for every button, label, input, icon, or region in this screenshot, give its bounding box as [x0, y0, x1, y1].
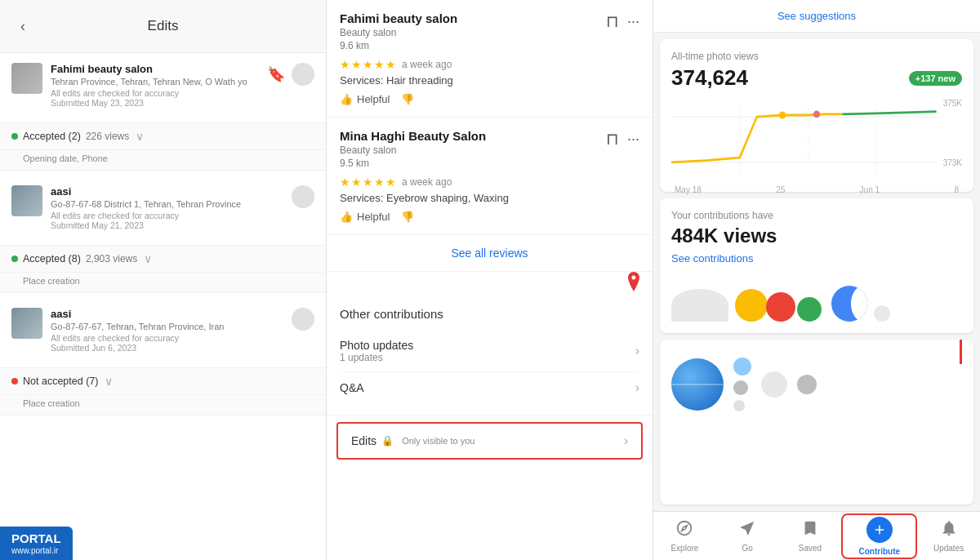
unhelpful-btn-1[interactable]: 👎 [401, 93, 414, 105]
status-accepted-8: Accepted (8) [23, 253, 81, 264]
yellow-circle [735, 289, 768, 322]
contributions-views: 484K views [671, 224, 962, 247]
explore-icon [675, 519, 693, 541]
contribute-plus-btn[interactable] [866, 517, 893, 543]
edit-note-1: All edits are checked for accuracy [51, 88, 259, 98]
small-blue-circle [733, 358, 751, 376]
place-avatar-2 [11, 185, 42, 216]
see-suggestions-btn[interactable]: See suggestions [653, 0, 980, 33]
globe-stripe [671, 384, 724, 385]
review-place-info-1: Fahimi beauty salon Beauty salon 9.6 km [340, 11, 457, 51]
edit-item-info-1: Fahimi beauty salon Tehran Province, Teh… [51, 63, 259, 108]
status-detail-1: Opening date, Phone [0, 150, 326, 171]
status-row-not-accepted[interactable]: Not accepted (7) ∨ [0, 368, 326, 395]
more-icon-2[interactable]: ··· [627, 131, 639, 148]
edit-item-1: Fahimi beauty salon Tehran Province, Teh… [0, 53, 326, 123]
red-accent-line [960, 340, 962, 364]
thumbsup-icon-2: 👍 [340, 211, 353, 223]
chevron-icon-2: ∨ [144, 252, 152, 265]
bookmark-icon-2[interactable]: ⊓ [606, 129, 619, 149]
svg-point-5 [779, 112, 786, 119]
chart-y-labels: 375K 373K [943, 99, 962, 167]
nav-go[interactable]: Go [716, 514, 779, 558]
edit-note-3: All edits are checked for accuracy [51, 333, 283, 343]
updates-label: Updates [933, 544, 964, 553]
photo-views-card: All-time photo views 374,624 +137 new [660, 39, 973, 192]
edit-place-addr-1: Tehran Province, Tehran, Tehran New, O W… [51, 77, 259, 87]
helpful-btn-1[interactable]: 👍 Helpful [340, 93, 390, 105]
chart-x-labels: May 18 25 Jun 1 8 [671, 185, 962, 194]
review-date-1: a week ago [402, 59, 452, 70]
helpful-label-2: Helpful [357, 211, 390, 223]
photo-updates-row[interactable]: Photo updates 1 updates › [340, 331, 639, 372]
edit-note-2: All edits are checked for accuracy [51, 211, 283, 220]
globe-illustration [671, 358, 962, 411]
chevron-icon-3: ∨ [105, 375, 113, 388]
review-actions-1: ⊓ ··· [606, 11, 639, 31]
portal-name: PORTAL [11, 531, 61, 545]
other-contributions-title: Other contributions [340, 307, 639, 321]
explore-label: Explore [670, 544, 698, 553]
helpful-row-2: 👍 Helpful 👎 [340, 211, 639, 223]
chart-y-low: 373K [943, 158, 962, 167]
edit-submitted-3: Submitted Jun 6, 2023 [51, 343, 283, 353]
qa-row[interactable]: Q&A › [340, 372, 639, 403]
status-detail-2: Place creation [0, 273, 326, 293]
lock-icon: 🔒 [381, 435, 394, 447]
edits-only-visible: Only visible to you [402, 436, 474, 446]
small-grey2-circle [733, 400, 745, 411]
chart-x-4: 8 [954, 185, 959, 194]
edit-item-actions-1: 🔖 [267, 63, 314, 86]
red-bookmark-icon-1[interactable]: 🔖 [267, 65, 285, 83]
edits-row[interactable]: Edits 🔒 Only visible to you › [336, 422, 643, 460]
helpful-btn-2[interactable]: 👍 Helpful [340, 211, 390, 223]
stars-row-1: ★★★★★ a week ago [340, 58, 639, 71]
review-place-type-1: Beauty salon [340, 27, 457, 38]
saved-label: Saved [799, 544, 822, 553]
thumbsdown-icon-1: 👎 [401, 93, 414, 105]
status-views-2: 2,903 views [86, 253, 137, 264]
contributions-label: Your contributions have [671, 210, 962, 221]
review-date-2: a week ago [402, 176, 452, 188]
stars-2: ★★★★★ [340, 176, 397, 189]
status-not-accepted: Not accepted (7) [23, 376, 98, 387]
review-place-type-2: Beauty salon [340, 144, 486, 156]
place-avatar-3 [11, 308, 42, 339]
grey-base-shape [671, 289, 728, 322]
edit-place-name-3: aasi [51, 308, 283, 320]
edits-header: ‹ Edits [0, 0, 326, 53]
more-icon-1[interactable]: ··· [627, 13, 639, 30]
small-grey1-circle [733, 380, 748, 395]
chevron-edits: › [624, 433, 628, 448]
back-button[interactable]: ‹ [10, 13, 36, 39]
photo-updates-sub: 1 updates [340, 352, 413, 363]
edit-place-addr-3: Go-87-67-67, Tehran, Tehran Province, Ir… [51, 322, 283, 331]
see-contributions-link[interactable]: See contributions [671, 252, 962, 264]
nav-explore[interactable]: Explore [653, 514, 716, 558]
edits-text: Edits [351, 434, 376, 447]
chevron-icon-1: ∨ [136, 130, 144, 143]
unhelpful-btn-2[interactable]: 👎 [401, 211, 414, 223]
review-place-dist-1: 9.6 km [340, 40, 457, 51]
status-row-accepted-8[interactable]: Accepted (8) 2,903 views ∨ [0, 246, 326, 273]
nav-updates[interactable]: Updates [917, 514, 980, 558]
review-place-name-1: Fahimi beauty salon [340, 11, 457, 25]
bookmark-icon-1[interactable]: ⊓ [606, 11, 619, 31]
bottom-preview-card [660, 340, 973, 504]
nav-contribute[interactable]: Contribute [841, 513, 917, 559]
updates-icon [940, 519, 958, 541]
status-dot-green-2 [11, 256, 18, 262]
green-circle [797, 297, 822, 322]
portal-badge: PORTAL www.portal.ir [0, 527, 73, 560]
edit-item-actions-2 [292, 185, 314, 208]
new-badge: +137 new [909, 71, 962, 86]
status-row-accepted-2[interactable]: Accepted (2) 226 views ∨ [0, 123, 326, 150]
review-place-name-2: Mina Haghi Beauty Salon [340, 129, 486, 143]
photo-views-label: All-time photo views [671, 51, 962, 62]
see-all-reviews-btn[interactable]: See all reviews [327, 235, 653, 272]
go-icon [738, 519, 756, 541]
review-card-1: Fahimi beauty salon Beauty salon 9.6 km … [327, 0, 653, 118]
photo-updates-label: Photo updates [340, 339, 413, 352]
nav-saved[interactable]: Saved [779, 514, 842, 558]
thumbsup-icon-1: 👍 [340, 93, 353, 105]
